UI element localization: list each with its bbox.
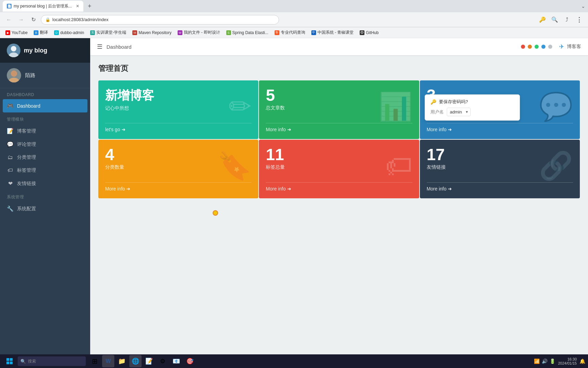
arrow-icon-5: ➜	[448, 186, 452, 191]
bookmark-wendang[interactable]: W 我的文件 - 即时设计	[175, 29, 223, 36]
bookmark-shixun[interactable]: 实 实训课堂-学生端	[87, 29, 129, 36]
fanyi-favicon: B	[34, 30, 38, 35]
config-icon: 🔧	[7, 205, 14, 212]
menu-icon[interactable]: ⋮	[574, 15, 584, 25]
card-links[interactable]: 17 友情链接 🔗 More info ➜	[420, 140, 580, 198]
dot-gray[interactable]	[548, 45, 552, 49]
taskbar-item-multitask[interactable]: ⊞	[88, 355, 101, 367]
logo-text: my blog	[24, 47, 47, 54]
dot-blue[interactable]	[541, 45, 545, 49]
card-categories-bg-icon: 🔖	[217, 150, 251, 182]
sidebar-item-blog[interactable]: 📝 博客管理	[0, 124, 90, 138]
tab-close-button[interactable]: ✕	[76, 4, 79, 9]
sound-icon[interactable]: 🔊	[542, 358, 548, 364]
dot-orange[interactable]	[528, 45, 532, 49]
taskbar-item-app4[interactable]: 📧	[170, 355, 182, 367]
taskbar-item-app2[interactable]: 📝	[143, 355, 155, 367]
notification-icon[interactable]: 🔔	[579, 358, 585, 364]
sidebar-item-links[interactable]: ❤ 友情链接	[0, 177, 90, 190]
password-prompt: 🔑 要保存密码吗? 用户名 admin ▼	[425, 94, 520, 121]
shixun-favicon: 实	[90, 30, 95, 35]
forward-button[interactable]: →	[16, 15, 26, 25]
tab-list-chevron[interactable]: ⌄	[581, 3, 585, 9]
url-text: localhost:28083/admin/index	[52, 17, 109, 22]
card-total-articles[interactable]: 5 总文章数 📊 More info ➜	[259, 80, 419, 139]
bookmark-zhong-label: 中国系统 - 青椒课堂	[317, 30, 354, 35]
dot-red[interactable]	[521, 45, 525, 49]
bookmark-github[interactable]: ⭗ GitHub	[357, 30, 381, 36]
hamburger-button[interactable]: ☰	[97, 43, 102, 50]
card-links-link-text: More info	[427, 186, 446, 191]
card-categories[interactable]: 4 分类数量 🔖 More info ➜	[98, 140, 258, 198]
bookmark-youtube[interactable]: ▶ YouTube	[3, 30, 30, 36]
sidebar-item-comment[interactable]: 💬 评论管理	[0, 138, 90, 151]
taskbar-item-app3[interactable]: ⚙	[157, 355, 169, 367]
multitask-icon: ⊞	[92, 357, 98, 365]
dot-green[interactable]	[535, 45, 539, 49]
taskbar-item-word[interactable]: W	[102, 355, 114, 367]
sidebar-item-config[interactable]: 🔧 系统配置	[0, 202, 90, 215]
card-tags-footer: More info ➜	[266, 182, 412, 191]
taskbar-search[interactable]: 🔍 搜索	[18, 356, 86, 366]
taskbar-search-placeholder: 搜索	[28, 358, 36, 364]
bookmark-zhuanye[interactable]: 专 专业代码查询	[272, 29, 308, 36]
card-links-footer: More info ➜	[427, 182, 573, 191]
card-categories-link-text: More info	[105, 186, 125, 191]
card-new-blog[interactable]: 新增博客 记心中所想 ✏ let's go ➜	[98, 80, 258, 139]
user-section: 陌路	[0, 63, 90, 88]
links-icon: ❤	[7, 180, 14, 187]
card-total-articles-link[interactable]: More info ➜	[266, 127, 291, 132]
zhuanye-favicon: 专	[275, 30, 279, 35]
card-tags-link[interactable]: More info ➜	[266, 186, 291, 191]
app2-icon: 📝	[145, 357, 153, 365]
taskbar-item-browser[interactable]: 🌐	[129, 355, 142, 367]
top-bar-right: ✈ 博客客	[521, 43, 581, 50]
taskbar-clock[interactable]: 16:30 2024/01/15	[558, 357, 577, 365]
bookmark-wendang-label: 我的文件 - 即时设计	[184, 30, 220, 35]
bookmark-youtube-label: YouTube	[12, 30, 28, 35]
card-comments-bg-icon: 💬	[539, 91, 573, 123]
card-comments-link[interactable]: More info ➜	[427, 127, 452, 132]
start-button[interactable]	[3, 356, 16, 367]
tab-title: my personal blog | 后台管理系...	[14, 3, 72, 9]
card-tags[interactable]: 11 标签总量 🏷 More info ➜	[259, 140, 419, 198]
tag-icon: 🏷	[7, 167, 14, 173]
app3-icon: ⚙	[160, 357, 165, 365]
url-input[interactable]: 🔒 localhost:28083/admin/index	[41, 15, 279, 25]
card-links-link[interactable]: More info ➜	[427, 186, 452, 191]
bookmark-zhong[interactable]: 中 中国系统 - 青椒课堂	[309, 29, 357, 36]
bookmark-dubbo[interactable]: D dubbo-admin	[51, 30, 87, 36]
username-select[interactable]: admin	[447, 108, 471, 116]
back-button[interactable]: ←	[4, 15, 14, 25]
bookmark-spring-label: Spring Data Elasti...	[232, 30, 268, 35]
zoom-icon[interactable]: 🔍	[550, 15, 559, 25]
active-tab[interactable]: 📄 my personal blog | 后台管理系... ✕	[3, 1, 83, 12]
taskbar-item-folder[interactable]: 📁	[116, 355, 128, 367]
taskbar-item-app5[interactable]: 🎯	[184, 355, 196, 367]
app4-icon: 📧	[173, 357, 180, 365]
battery-icon[interactable]: 🔋	[550, 358, 555, 364]
card-new-blog-link[interactable]: let's go ➜	[105, 127, 126, 132]
key-prompt-icon: 🔑	[430, 99, 436, 105]
key-icon[interactable]: 🔑	[538, 15, 547, 25]
card-total-articles-bg-icon: 📊	[378, 91, 412, 123]
toolbar-actions: 🔑 🔍 ⤴ ⋮	[538, 15, 584, 25]
user-label: 博客客	[567, 44, 581, 50]
svg-point-6	[11, 71, 17, 77]
card-categories-footer: More info ➜	[105, 182, 251, 191]
new-tab-button[interactable]: +	[85, 1, 94, 11]
sidebar-item-category[interactable]: 🗂 分类管理	[0, 151, 90, 164]
refresh-button[interactable]: ↻	[29, 15, 38, 25]
category-icon: 🗂	[7, 154, 14, 160]
share-icon[interactable]: ⤴	[562, 15, 572, 25]
bookmark-fanyi[interactable]: B 翻译	[31, 29, 51, 36]
bookmark-maven[interactable]: M Maven Repository	[130, 30, 174, 36]
main-content: ☰ Dashboard ✈ 博客客 管理首页 新增博客	[90, 38, 588, 368]
sidebar-item-dashboard[interactable]: 🎮 Dashboard	[3, 99, 87, 112]
card-categories-link[interactable]: More info ➜	[105, 186, 130, 191]
bookmark-spring[interactable]: S Spring Data Elasti...	[224, 30, 271, 36]
password-prompt-user-row: 用户名 admin ▼	[430, 108, 514, 116]
browser-icon: 🌐	[132, 357, 139, 365]
network-icon[interactable]: 📶	[534, 358, 540, 364]
sidebar-item-tag[interactable]: 🏷 标签管理	[0, 164, 90, 177]
